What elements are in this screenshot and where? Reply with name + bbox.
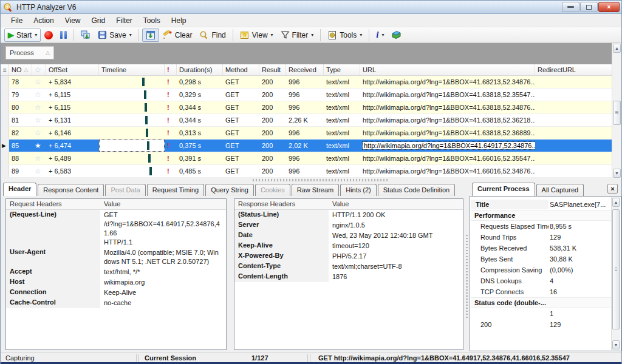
column-header-timeline[interactable]: Timeline bbox=[99, 64, 165, 75]
scroll-thumb[interactable] bbox=[613, 101, 621, 125]
detail-tab[interactable]: Post Data bbox=[105, 184, 145, 196]
detail-tab[interactable]: Raw Stream bbox=[292, 184, 340, 196]
column-header-method[interactable]: Method bbox=[223, 64, 259, 75]
detail-tab[interactable]: Status Code Definition bbox=[378, 184, 455, 196]
menu-item[interactable]: Action bbox=[28, 15, 59, 27]
scroll-up-button[interactable]: ▲ bbox=[612, 198, 620, 207]
title-bar[interactable]: HTTP Analyzer V6 × bbox=[1, 1, 621, 14]
scroll-up-button[interactable]: ▲ bbox=[613, 44, 621, 53]
stat-row[interactable]: Status code (double-... bbox=[471, 297, 611, 308]
header-row[interactable]: (Status-Line) HTTP/1.1 200 OK bbox=[234, 210, 463, 220]
request-value-column-label[interactable]: Value bbox=[100, 199, 124, 209]
header-row[interactable]: Host wikimapia.org bbox=[6, 277, 226, 288]
info-button[interactable]: i ▾ bbox=[372, 29, 388, 42]
find-button[interactable]: Find bbox=[196, 29, 229, 42]
grid-menu-header[interactable]: ≡ bbox=[1, 64, 9, 75]
view-menu-button[interactable]: View ▾ bbox=[236, 29, 277, 42]
column-header-url[interactable]: URL bbox=[360, 64, 535, 75]
header-row[interactable]: Content-Length 1876 bbox=[234, 272, 463, 282]
header-row[interactable]: Accept text/html, */* bbox=[6, 267, 226, 277]
menu-item[interactable]: Grid bbox=[86, 15, 111, 27]
column-header-star[interactable]: ☆ bbox=[32, 64, 46, 75]
detail-tab[interactable]: Cookies bbox=[255, 184, 290, 196]
column-header-offset[interactable]: OffSet bbox=[46, 64, 99, 75]
header-row[interactable]: Content-Type text/xml;charset=UTF-8 bbox=[234, 261, 463, 272]
detail-tab[interactable]: Header bbox=[3, 183, 36, 196]
record-button[interactable] bbox=[41, 29, 56, 42]
table-row[interactable]: 80 + 6,115 0,344 s GET 200 996 text/xml … bbox=[1, 101, 613, 114]
detail-tab[interactable]: Hints (2) bbox=[340, 184, 377, 196]
cell-star[interactable] bbox=[32, 89, 46, 101]
column-header-redirecturl[interactable]: RedirectURL bbox=[535, 64, 613, 75]
cell-star[interactable] bbox=[32, 114, 46, 126]
header-row[interactable]: User-Agent Mozilla/4.0 (compatible; MSIE… bbox=[6, 248, 226, 267]
tools-menu-button[interactable]: Tools ▾ bbox=[324, 29, 366, 42]
response-value-column-label[interactable]: Value bbox=[329, 199, 352, 209]
filter-menu-button[interactable]: Filter ▾ bbox=[277, 29, 318, 42]
save-dropdown-icon[interactable]: ▾ bbox=[129, 32, 132, 38]
minimize-button[interactable] bbox=[562, 2, 579, 12]
menu-item[interactable]: Tools bbox=[138, 15, 166, 27]
table-row[interactable]: ▶ 85 + 6,474 0,375 s GET 200 2,02 K text… bbox=[1, 140, 613, 152]
request-headers-column-label[interactable]: Request Headers bbox=[6, 199, 100, 209]
save-button[interactable]: Save ▾ bbox=[94, 29, 135, 42]
cell-star[interactable] bbox=[32, 76, 46, 88]
stat-row[interactable]: TCP Connects 16 bbox=[471, 286, 611, 297]
scroll-thumb[interactable] bbox=[612, 209, 620, 329]
table-row[interactable]: 78 + 5,834 0,298 s GET 200 996 text/xml … bbox=[1, 76, 613, 89]
stat-row[interactable]: Bytes Received 538,31 K bbox=[471, 243, 611, 254]
help-book-button[interactable] bbox=[388, 29, 405, 42]
stat-row[interactable]: 1 bbox=[471, 308, 611, 319]
stat-row[interactable]: Compression Saving (0,00%) bbox=[471, 265, 611, 275]
statusbar-grip[interactable] bbox=[307, 354, 310, 362]
capture-button[interactable] bbox=[77, 29, 94, 42]
menu-item[interactable]: File bbox=[5, 15, 28, 27]
table-row[interactable]: 81 + 6,131 0,344 s GET 200 2,26 K text/x… bbox=[1, 114, 613, 127]
side-tab[interactable]: All Captured bbox=[536, 184, 584, 196]
cell-star[interactable] bbox=[32, 140, 46, 152]
close-button[interactable]: × bbox=[598, 2, 620, 12]
stat-row[interactable]: 200 129 bbox=[471, 319, 611, 330]
scroll-down-button[interactable]: ▼ bbox=[612, 340, 620, 349]
grid-vertical-scrollbar[interactable]: ▲ ▼ bbox=[612, 43, 621, 178]
detail-tab[interactable]: Query String bbox=[205, 184, 254, 196]
column-header-duration[interactable]: Duration(s) bbox=[177, 64, 223, 75]
side-tab[interactable]: Current Process bbox=[472, 183, 535, 196]
side-panel-scrollbar[interactable]: ▲ ▼ bbox=[611, 197, 620, 350]
cell-star[interactable] bbox=[32, 101, 46, 113]
header-row[interactable]: Date Wed, 23 May 2012 12:40:18 GMT bbox=[234, 231, 463, 241]
column-header-result[interactable]: Result bbox=[259, 64, 286, 75]
vertical-splitter[interactable] bbox=[465, 198, 469, 350]
clear-button[interactable]: Clear bbox=[159, 29, 196, 42]
stat-row[interactable]: DNS Lookups 4 bbox=[471, 275, 611, 286]
cell-star[interactable] bbox=[32, 165, 46, 177]
stat-row[interactable]: Requests Elapsed Time 8,955 s bbox=[471, 221, 611, 232]
cell-star[interactable] bbox=[32, 152, 46, 164]
header-row[interactable]: Server nginx/1.0.5 bbox=[234, 220, 463, 231]
detail-tab[interactable]: Response Content bbox=[38, 184, 104, 196]
side-panel-close-button[interactable]: × bbox=[607, 184, 618, 194]
scroll-down-button[interactable]: ▼ bbox=[613, 169, 621, 178]
start-button[interactable]: ▶ Start ▾ bbox=[4, 29, 41, 42]
stat-row[interactable]: Bytes Sent 30,88 K bbox=[471, 254, 611, 265]
cell-star[interactable] bbox=[32, 127, 46, 139]
column-header-received[interactable]: Received bbox=[286, 64, 324, 75]
menu-item[interactable]: Help bbox=[166, 15, 192, 27]
statusbar-grip[interactable] bbox=[136, 354, 139, 362]
header-row[interactable]: Cache-Control no-cache bbox=[6, 298, 226, 308]
horizontal-splitter[interactable] bbox=[1, 178, 621, 183]
stat-row[interactable]: Title SASPlanet.exe[7... bbox=[471, 199, 611, 210]
response-headers-column-label[interactable]: Response Headers bbox=[234, 199, 329, 209]
header-row[interactable]: (Request-Line) GET /d?lng=1&BBOX=41.6491… bbox=[6, 210, 226, 248]
pause-button[interactable] bbox=[56, 29, 70, 42]
column-header-alert[interactable]: ! bbox=[165, 64, 177, 75]
detail-tab[interactable]: Request Timing bbox=[147, 184, 204, 196]
table-row[interactable]: 89 + 6,583 0,485 s GET 200 996 text/xml … bbox=[1, 165, 613, 178]
stat-row[interactable]: Performance bbox=[471, 210, 611, 221]
menu-item[interactable]: View bbox=[60, 15, 86, 27]
stat-row[interactable]: Round Trips 129 bbox=[471, 232, 611, 243]
column-header-type[interactable]: Type bbox=[324, 64, 360, 75]
menu-item[interactable]: Filter bbox=[111, 15, 138, 27]
start-dropdown-icon[interactable]: ▾ bbox=[35, 32, 37, 38]
group-by-process-button[interactable]: Process △ bbox=[5, 46, 54, 59]
